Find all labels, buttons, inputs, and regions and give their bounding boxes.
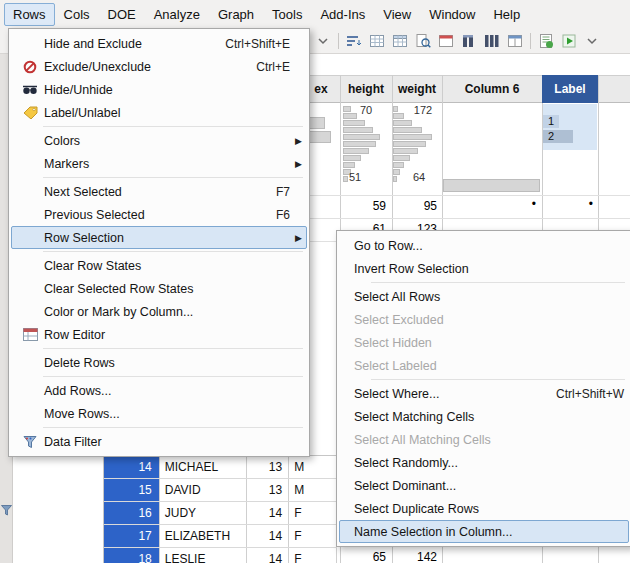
menubar-view[interactable]: View	[374, 3, 420, 26]
menu-item-data-filter[interactable]: Data Filter	[11, 430, 307, 453]
window-panes-icon[interactable]	[504, 30, 526, 51]
menubar-analyze[interactable]: Analyze	[145, 3, 209, 26]
row-editor-icon	[16, 328, 44, 341]
zoom-document-icon[interactable]	[412, 30, 434, 51]
table-row[interactable]: 16 JUDY 14 F	[104, 502, 337, 525]
sex-cell[interactable]: M	[289, 479, 337, 501]
age-cell[interactable]: 13	[247, 479, 289, 501]
menubar-window[interactable]: Window	[420, 3, 484, 26]
menu-item-markers[interactable]: Markers ▶	[11, 152, 307, 175]
age-cell[interactable]: 13	[247, 456, 289, 478]
submenu-item-go-to-row[interactable]: Go to Row...	[339, 234, 629, 257]
menu-item-exclude-unexclude[interactable]: Exclude/Unexclude Ctrl+E	[11, 55, 307, 78]
menubar-rows[interactable]: Rows	[4, 3, 55, 26]
script-green-icon[interactable]	[535, 30, 557, 51]
menubar-addins[interactable]: Add-Ins	[311, 3, 374, 26]
sex-cell[interactable]: F	[289, 525, 337, 547]
exclude-icon	[16, 60, 44, 74]
window-layout-icon[interactable]	[435, 30, 457, 51]
cell-row1-label-missing[interactable]: •	[542, 197, 593, 211]
height-min-value: 51	[344, 171, 366, 183]
submenu-item-select-matching-cells[interactable]: Select Matching Cells	[339, 405, 629, 428]
height-max-value: 70	[353, 104, 379, 116]
cell-row18-height[interactable]: 65	[340, 550, 386, 563]
grid-icon[interactable]	[366, 30, 388, 51]
name-cell[interactable]: MICHAEL	[160, 456, 248, 478]
column-header-label-selected[interactable]: Label	[542, 75, 598, 103]
cell-row18-weight[interactable]: 142	[392, 550, 437, 563]
grid-header-icon[interactable]	[389, 30, 411, 51]
data-filter-panel-icon[interactable]	[1, 502, 12, 520]
menu-item-color-or-mark-by-column[interactable]: Color or Mark by Column...	[11, 300, 307, 323]
toolbar-overflow-chevron-2-icon[interactable]	[581, 30, 603, 51]
table-row[interactable]: 14 MICHAEL 13 M	[104, 456, 337, 479]
name-cell[interactable]: ELIZABETH	[160, 525, 248, 547]
table-row[interactable]: 18 LESLIE 14 F	[104, 548, 337, 563]
data-filter-icon	[16, 435, 44, 449]
run-script-green-icon[interactable]	[558, 30, 580, 51]
menu-item-row-editor[interactable]: Row Editor	[11, 323, 307, 346]
menubar-tools[interactable]: Tools	[263, 3, 311, 26]
menu-separator	[43, 175, 305, 180]
menubar-graph[interactable]: Graph	[209, 3, 263, 26]
menu-item-previous-selected[interactable]: Previous Selected F6	[11, 203, 307, 226]
cell-row1-weight[interactable]: 95	[392, 199, 437, 213]
name-cell[interactable]: JUDY	[160, 502, 248, 524]
toolbar-separator	[530, 33, 531, 49]
submenu-item-invert-row-selection[interactable]: Invert Row Selection	[339, 257, 629, 280]
sex-cell[interactable]: M	[289, 456, 337, 478]
menu-item-colors[interactable]: Colors ▶	[11, 129, 307, 152]
menu-item-move-rows[interactable]: Move Rows...	[11, 402, 307, 425]
menu-separator	[43, 124, 305, 129]
menu-item-add-rows[interactable]: Add Rows...	[11, 379, 307, 402]
sex-cell[interactable]: F	[289, 548, 337, 563]
menubar-help[interactable]: Help	[484, 3, 529, 26]
age-cell[interactable]: 14	[247, 502, 289, 524]
menubar-doe[interactable]: DOE	[99, 3, 145, 26]
menu-separator	[43, 374, 305, 379]
column-bars-a-icon[interactable]	[458, 30, 480, 51]
toolbar-overflow-chevron-icon[interactable]	[312, 30, 334, 51]
menu-item-hide-unhide[interactable]: Hide/Unhide	[11, 78, 307, 101]
menu-item-label-unlabel[interactable]: Label/Unlabel	[11, 101, 307, 124]
menu-item-clear-row-states[interactable]: Clear Row States	[11, 254, 307, 277]
cell-row1-column6-missing[interactable]: •	[442, 197, 536, 211]
age-cell[interactable]: 14	[247, 548, 289, 563]
menu-item-clear-selected-row-states[interactable]: Clear Selected Row States	[11, 277, 307, 300]
column6-header-bar	[443, 179, 540, 192]
submenu-item-select-dominant[interactable]: Select Dominant...	[339, 474, 629, 497]
sex-cell[interactable]: F	[289, 502, 337, 524]
row-number-cell[interactable]: 17	[104, 525, 160, 547]
name-cell[interactable]: LESLIE	[160, 548, 248, 563]
submenu-item-name-selection-in-column[interactable]: Name Selection in Column...	[339, 520, 629, 543]
menu-item-delete-rows[interactable]: Delete Rows	[11, 351, 307, 374]
data-rows-block: 14 MICHAEL 13 M 15 DAVID 13 M 16 JUDY 14…	[103, 455, 337, 563]
column-header-height[interactable]: height	[340, 76, 392, 102]
row-number-cell[interactable]: 14	[104, 456, 160, 478]
row-number-cell[interactable]: 16	[104, 502, 160, 524]
weight-max-value: 172	[408, 104, 438, 116]
menu-item-row-selection[interactable]: Row Selection ▶	[11, 226, 307, 249]
sort-lines-icon[interactable]	[343, 30, 365, 51]
table-row[interactable]: 15 DAVID 13 M	[104, 479, 337, 502]
label-tag-icon	[16, 106, 44, 119]
table-row[interactable]: 17 ELIZABETH 14 F	[104, 525, 337, 548]
menubar-cols[interactable]: Cols	[55, 3, 99, 26]
age-cell[interactable]: 14	[247, 525, 289, 547]
column-bars-b-icon[interactable]	[481, 30, 503, 51]
column-header-weight[interactable]: weight	[392, 76, 442, 102]
menu-separator	[371, 280, 627, 285]
row-number-cell[interactable]: 18	[104, 548, 160, 563]
menu-item-next-selected[interactable]: Next Selected F7	[11, 180, 307, 203]
menu-separator	[43, 249, 305, 254]
menu-item-hide-and-exclude[interactable]: Hide and Exclude Ctrl+Shift+E	[11, 32, 307, 55]
submenu-item-select-all-rows[interactable]: Select All Rows	[339, 285, 629, 308]
weight-min-value: 64	[408, 171, 430, 183]
cell-row1-height[interactable]: 59	[340, 199, 386, 213]
column-header-column6[interactable]: Column 6	[442, 76, 542, 102]
submenu-item-select-duplicate-rows[interactable]: Select Duplicate Rows	[339, 497, 629, 520]
submenu-item-select-randomly[interactable]: Select Randomly...	[339, 451, 629, 474]
name-cell[interactable]: DAVID	[160, 479, 248, 501]
submenu-item-select-where[interactable]: Select Where... Ctrl+Shift+W	[339, 382, 629, 405]
row-number-cell[interactable]: 15	[104, 479, 160, 501]
